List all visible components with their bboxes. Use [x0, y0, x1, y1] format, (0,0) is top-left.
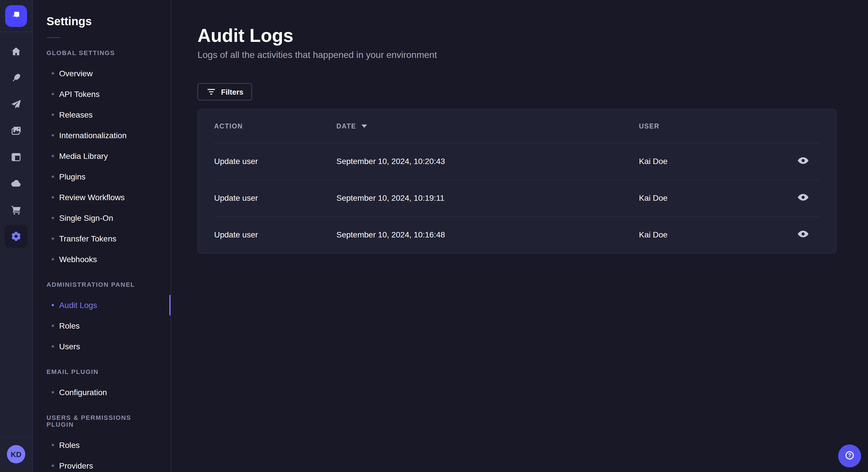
- sidebar-item-label: Roles: [59, 440, 80, 450]
- cell-action: Update user: [214, 157, 336, 166]
- bullet-icon: [52, 325, 54, 327]
- nav-releases-button[interactable]: [5, 93, 28, 116]
- bullet-icon: [52, 465, 54, 467]
- home-icon: [10, 46, 22, 57]
- section-label: GLOBAL SETTINGS: [46, 49, 157, 56]
- sidebar-item-label: Plugins: [59, 172, 86, 181]
- view-log-button[interactable]: [797, 191, 809, 205]
- bullet-icon: [52, 444, 54, 446]
- table-row[interactable]: Update user September 10, 2024, 10:16:48…: [198, 216, 836, 253]
- sidebar-item-up-providers[interactable]: Providers: [33, 456, 170, 472]
- sidebar-item-overview[interactable]: Overview: [33, 63, 170, 84]
- column-header-date[interactable]: DATE: [336, 123, 639, 130]
- section-label: EMAIL PLUGIN: [46, 368, 157, 375]
- eye-icon: [797, 227, 809, 242]
- sidebar-item-single-sign-on[interactable]: Single Sign-On: [33, 208, 170, 228]
- bullet-icon: [52, 258, 54, 260]
- bullet-icon: [52, 93, 54, 95]
- sidebar-item-media-library[interactable]: Media Library: [33, 146, 170, 166]
- nav-content-type-builder-button[interactable]: [5, 146, 28, 169]
- eye-icon: [797, 154, 809, 168]
- cell-date: September 10, 2024, 10:19:11: [336, 193, 639, 202]
- paper-plane-icon: [10, 99, 22, 110]
- view-log-button[interactable]: [797, 154, 809, 168]
- sidebar-item-label: Media Library: [59, 151, 108, 161]
- cell-user: Kai Doe: [639, 157, 769, 166]
- sidebar-item-plugins[interactable]: Plugins: [33, 166, 170, 187]
- sidebar-item-audit-logs[interactable]: Audit Logs: [33, 295, 170, 315]
- table-row[interactable]: Update user September 10, 2024, 10:20:43…: [198, 143, 836, 179]
- cell-date: September 10, 2024, 10:20:43: [336, 157, 639, 166]
- column-header-user: USER: [639, 123, 769, 130]
- sidebar-item-admin-users[interactable]: Users: [33, 336, 170, 357]
- avatar[interactable]: KD: [7, 445, 25, 463]
- section-users-permissions-plugin: USERS & PERMISSIONS PLUGIN Roles Provide…: [33, 414, 170, 472]
- sidebar-item-label: Audit Logs: [59, 301, 97, 310]
- sidebar-item-api-tokens[interactable]: API Tokens: [33, 84, 170, 104]
- sidebar-item-label: Transfer Tokens: [59, 234, 116, 243]
- nav-home-button[interactable]: [5, 40, 28, 63]
- sidebar-item-label: Roles: [59, 321, 80, 330]
- column-header-action: ACTION: [214, 123, 336, 130]
- strapi-logo[interactable]: [5, 5, 27, 27]
- section-administration-panel: ADMINISTRATION PANEL Audit Logs Roles Us…: [33, 281, 170, 357]
- filter-icon: [206, 87, 216, 97]
- column-header-date-label: DATE: [336, 123, 356, 130]
- section-label: ADMINISTRATION PANEL: [46, 281, 157, 288]
- nav-content-manager-button[interactable]: [5, 67, 28, 90]
- table-row[interactable]: Update user September 10, 2024, 10:19:11…: [198, 179, 836, 216]
- cell-action: Update user: [214, 193, 336, 202]
- nav-marketplace-button[interactable]: [5, 198, 28, 222]
- subnav-divider: [46, 37, 60, 38]
- nav-cloud-button[interactable]: [5, 172, 28, 195]
- bullet-icon: [52, 175, 54, 178]
- bullet-icon: [52, 345, 54, 347]
- table-header-row: ACTION DATE USER: [198, 109, 836, 143]
- sidebar-item-label: API Tokens: [59, 90, 100, 99]
- help-button[interactable]: ?: [838, 444, 861, 467]
- question-mark-icon: ?: [844, 449, 856, 463]
- cell-action: Update user: [214, 230, 336, 239]
- svg-text:?: ?: [848, 452, 851, 458]
- filters-button-label: Filters: [221, 88, 243, 96]
- sidebar-item-label: Configuration: [59, 388, 107, 397]
- sidebar-item-up-roles[interactable]: Roles: [33, 435, 170, 456]
- sidebar-item-transfer-tokens[interactable]: Transfer Tokens: [33, 228, 170, 249]
- strapi-mark-icon: [10, 8, 22, 23]
- sidebar-item-review-workflows[interactable]: Review Workflows: [33, 187, 170, 208]
- settings-subnav: Settings GLOBAL SETTINGS Overview API To…: [33, 0, 171, 472]
- rail-footer: KD: [0, 437, 32, 472]
- page-title: Audit Logs: [197, 25, 868, 46]
- sidebar-item-internationalization[interactable]: Internationalization: [33, 125, 170, 146]
- sidebar-item-label: Single Sign-On: [59, 213, 113, 223]
- layout-icon: [10, 151, 22, 163]
- main-nav-rail: KD: [0, 0, 33, 472]
- bullet-icon: [52, 391, 54, 394]
- main-content: Audit Logs Logs of all the activities th…: [171, 0, 868, 472]
- sidebar-item-label: Overview: [59, 69, 93, 78]
- sidebar-item-label: Releases: [59, 110, 93, 119]
- bullet-icon: [52, 304, 54, 306]
- subnav-title: Settings: [46, 15, 157, 28]
- gear-icon: [10, 231, 22, 242]
- eye-icon: [797, 191, 809, 205]
- nav-media-library-button[interactable]: [5, 119, 28, 142]
- bullet-icon: [52, 155, 54, 157]
- cell-user: Kai Doe: [639, 230, 769, 239]
- bullet-icon: [52, 134, 54, 136]
- cloud-icon: [10, 178, 22, 189]
- sidebar-item-releases[interactable]: Releases: [33, 104, 170, 125]
- feather-icon: [10, 72, 22, 84]
- images-icon: [10, 125, 22, 136]
- view-log-button[interactable]: [797, 227, 809, 242]
- sidebar-item-webhooks[interactable]: Webhooks: [33, 249, 170, 270]
- rail-icon-nav: [5, 32, 28, 248]
- sidebar-item-admin-roles[interactable]: Roles: [33, 315, 170, 336]
- cell-user: Kai Doe: [639, 193, 769, 202]
- sidebar-item-label: Users: [59, 342, 80, 351]
- bullet-icon: [52, 113, 54, 116]
- nav-settings-button[interactable]: [5, 225, 28, 248]
- sidebar-item-email-configuration[interactable]: Configuration: [33, 382, 170, 403]
- sort-descending-icon: [361, 123, 368, 130]
- filters-button[interactable]: Filters: [197, 83, 252, 100]
